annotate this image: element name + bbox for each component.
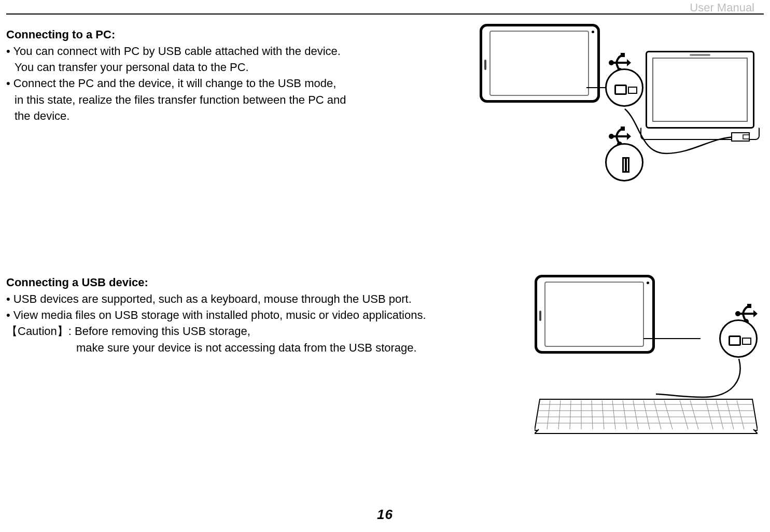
usb-cable xyxy=(625,102,749,164)
tablet-device-icon xyxy=(480,24,600,103)
section1-bullet1-line1: • You can connect with PC by USB cable a… xyxy=(6,43,380,59)
header-doc-title: User Manual xyxy=(690,1,754,15)
svg-rect-9 xyxy=(743,135,749,139)
top-horizontal-rule xyxy=(6,13,764,15)
caution-label: 【Caution】 xyxy=(6,325,68,338)
figure-tablet-to-pc xyxy=(480,24,760,190)
figure-tablet-to-keyboard xyxy=(531,275,760,441)
section2-title: Connecting a USB device: xyxy=(6,275,452,291)
section2-bullet2: • View media files on USB storage with i… xyxy=(6,307,452,323)
section1-bullet2-line2: in this state, realize the files transfe… xyxy=(6,92,380,108)
caution-text-line1: : Before removing this USB storage, xyxy=(68,325,250,338)
section1-bullet2-line3: the device. xyxy=(6,108,380,124)
callout-micro-usb-port xyxy=(719,319,758,358)
callout-leader-line xyxy=(643,338,701,339)
keyboard-device-icon xyxy=(535,394,758,436)
svg-rect-1 xyxy=(611,62,627,64)
section1-bullet1-line2: You can transfer your personal data to t… xyxy=(6,59,380,75)
section2-bullet1: • USB devices are supported, such as a k… xyxy=(6,291,452,307)
tablet-device-icon xyxy=(535,275,655,354)
section-connecting-to-pc: Connecting to a PC: • You can connect wi… xyxy=(6,27,380,124)
section1-bullet2-line1: • Connect the PC and the device, it will… xyxy=(6,75,380,91)
page-number: 16 xyxy=(377,507,393,523)
callout-leader-line xyxy=(586,87,607,88)
svg-rect-11 xyxy=(738,313,753,315)
section1-title: Connecting to a PC: xyxy=(6,27,380,43)
section-connecting-usb-device: Connecting a USB device: • USB devices a… xyxy=(6,275,452,356)
callout-micro-usb-port xyxy=(605,68,643,107)
caution-text-line2: make sure your device is not accessing d… xyxy=(6,340,452,356)
